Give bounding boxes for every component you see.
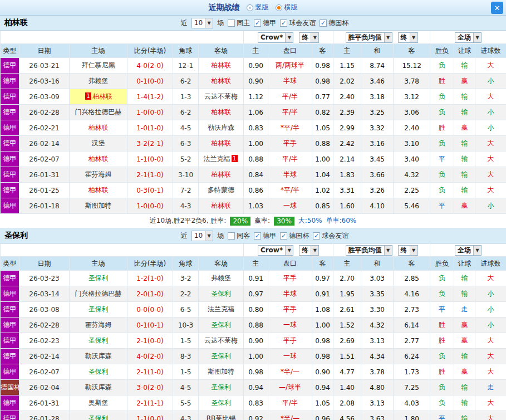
eu-home-odds: 2.39 — [333, 105, 361, 120]
away-team-name[interactable]: 法兰克福 — [208, 305, 234, 313]
single-rate-text: 单率:60% — [326, 216, 357, 226]
home-team-name[interactable]: 拜仁慕尼黑 — [82, 61, 115, 69]
home-team-name[interactable]: 柏林联 — [92, 92, 112, 100]
filter-checkbox-德甲[interactable]: ✓德甲 — [254, 18, 276, 28]
home-team-name[interactable]: 门兴格拉德巴赫 — [75, 290, 122, 297]
eu-draw-odds: 3.13 — [361, 333, 394, 349]
score-cell[interactable]: 1-1(0-0) — [127, 411, 173, 420]
score-cell[interactable]: 3-0(2-0) — [127, 380, 173, 395]
home-team-name[interactable]: 圣保利 — [89, 368, 109, 375]
away-team-name[interactable]: 弗赖堡 — [211, 274, 231, 282]
eu-draw-odds: 3.30 — [361, 302, 394, 318]
filter-checkbox-德国杯[interactable]: ✓德国杯 — [280, 231, 309, 241]
score-cell[interactable]: 4-0(2-0) — [127, 349, 173, 364]
home-team-name[interactable]: 圣保利 — [89, 305, 109, 313]
wdl-average-select[interactable]: 胜平负均值▼ — [346, 245, 392, 256]
league-cell: 德甲 — [1, 74, 19, 89]
home-team-name[interactable]: 勒沃库森 — [85, 352, 112, 360]
away-team-name[interactable]: 勒沃库森 — [208, 124, 234, 131]
score-cell[interactable]: 1-4(1-2) — [127, 89, 173, 105]
odds-company-select[interactable]: Crow*▼ — [258, 245, 293, 256]
away-team-name[interactable]: 云达不莱梅 — [204, 336, 238, 344]
score-cell[interactable]: 2-1(1-1) — [127, 395, 173, 411]
goals-result-cell: 小 — [475, 74, 506, 89]
away-team-name[interactable]: 斯图加特 — [208, 368, 234, 375]
away-team-name[interactable]: 柏林联 — [211, 170, 231, 178]
match-count-select[interactable]: 10▼ — [191, 18, 213, 28]
filter-checkbox-球会友谊[interactable]: ✓球会友谊 — [313, 231, 348, 241]
filter-checkbox-球会友谊[interactable]: ✓球会友谊 — [280, 18, 316, 28]
away-team-name[interactable]: 柏林联 — [211, 202, 231, 209]
home-team-name[interactable]: 斯图加特 — [85, 202, 112, 209]
away-team-name[interactable]: 法兰克福 — [204, 155, 230, 163]
home-team-name[interactable]: 奥斯堡 — [89, 399, 109, 407]
away-team-name[interactable]: 圣保利 — [211, 352, 231, 360]
match-scope-select[interactable]: 全场▼ — [455, 245, 482, 256]
handicap-result-cell: 输 — [454, 105, 475, 120]
filter-checkbox-同客[interactable]: 同客 — [228, 231, 250, 241]
final-odds-select-2[interactable]: 终▼ — [398, 245, 418, 256]
date-cell: 26-03-23 — [19, 271, 70, 286]
radio-horizontal[interactable]: 横版 — [276, 3, 298, 12]
away-team-name[interactable]: 柏林联 — [211, 139, 231, 147]
home-team-name[interactable]: 勒沃库森 — [85, 383, 112, 391]
checkbox-label: 德国杯 — [289, 231, 309, 241]
away-team-name[interactable]: 柏林联 — [211, 77, 231, 85]
home-team-name[interactable]: 柏林联 — [89, 155, 109, 163]
score-cell[interactable]: 4-0(2-0) — [127, 58, 173, 74]
score-cell[interactable]: 1-2(1-0) — [127, 271, 173, 286]
col-header-8: 客 — [312, 257, 333, 271]
score-cell[interactable]: 1-0(0-0) — [127, 105, 173, 120]
goals-result-cell: 大 — [475, 411, 506, 420]
final-odds-select-1[interactable]: 终▼ — [299, 32, 319, 43]
score-cell[interactable]: 0-1(0-1) — [127, 318, 173, 333]
home-team-name[interactable]: 圣保利 — [89, 336, 109, 344]
radio-unselected-icon — [247, 4, 253, 11]
away-team-name[interactable]: 多特蒙德 — [208, 186, 234, 194]
home-team-name[interactable]: 柏林联 — [89, 124, 109, 131]
match-scope-select[interactable]: 全场▼ — [455, 32, 482, 43]
col-header-0: 类型 — [1, 257, 19, 271]
score-cell[interactable]: 2-1(1-0) — [127, 167, 173, 183]
sections-container: 柏林联近10▼场同主✓德甲✓球会友谊✓德国杯Crow*▼终▼胜平负均值▼终▼全场… — [0, 16, 506, 420]
home-team-name[interactable]: 霍芬海姆 — [85, 170, 112, 178]
away-team-name[interactable]: 柏林联 — [211, 61, 231, 69]
away-team-name[interactable]: 圣保利 — [211, 321, 231, 329]
corner-cell: 7-2 — [173, 183, 199, 198]
home-team-name[interactable]: 门兴格拉德巴赫 — [75, 108, 122, 116]
score-cell[interactable]: 2-1(1-0) — [127, 364, 173, 380]
home-team-cell: 柏林联 — [70, 120, 127, 136]
filter-checkbox-同主[interactable]: 同主 — [228, 18, 250, 28]
away-team-name[interactable]: 圣保利 — [211, 399, 231, 407]
score-cell[interactable]: 1-1(0-0) — [127, 152, 173, 167]
filter-checkbox-德国杯[interactable]: ✓德国杯 — [320, 18, 348, 28]
away-team-name[interactable]: 圣保利 — [211, 290, 231, 297]
away-team-name[interactable]: RB莱比锡 — [207, 414, 236, 420]
score-cell[interactable]: 1-0(0-0) — [127, 198, 173, 214]
filter-checkbox-德甲[interactable]: ✓德甲 — [254, 231, 276, 241]
wdl-average-select[interactable]: 胜平负均值▼ — [346, 32, 392, 43]
score-cell[interactable]: 0-1(0-0) — [127, 74, 173, 89]
score-cell[interactable]: 2-1(0-0) — [127, 333, 173, 349]
away-team-name[interactable]: 圣保利 — [211, 383, 231, 391]
match-count-select[interactable]: 10▼ — [191, 231, 213, 241]
radio-vertical[interactable]: 竖版 — [247, 3, 269, 12]
close-button[interactable]: ✕ — [491, 2, 503, 14]
ah-away-odds: 0.98 — [312, 58, 333, 74]
score-cell[interactable]: 2-0(1-0) — [127, 286, 173, 302]
home-team-name[interactable]: 圣保利 — [89, 274, 109, 282]
score-cell[interactable]: 3-2(2-1) — [127, 136, 173, 152]
home-team-name[interactable]: 霍芬海姆 — [85, 321, 112, 329]
score-cell[interactable]: 1-0(1-0) — [127, 120, 173, 136]
home-team-name[interactable]: 圣保利 — [89, 414, 109, 420]
score-cell[interactable]: 0-3(0-1) — [127, 183, 173, 198]
away-team-name[interactable]: 柏林联 — [211, 108, 231, 116]
odds-company-select[interactable]: Crow*▼ — [258, 32, 293, 43]
away-team-name[interactable]: 云达不莱梅 — [204, 92, 238, 100]
home-team-name[interactable]: 柏林联 — [89, 186, 109, 194]
final-odds-select-2[interactable]: 终▼ — [398, 32, 418, 43]
home-team-name[interactable]: 弗赖堡 — [89, 77, 109, 85]
home-team-name[interactable]: 汉堡 — [92, 139, 105, 147]
score-cell[interactable]: 0-0(0-0) — [127, 302, 173, 318]
final-odds-select-1[interactable]: 终▼ — [299, 245, 319, 256]
